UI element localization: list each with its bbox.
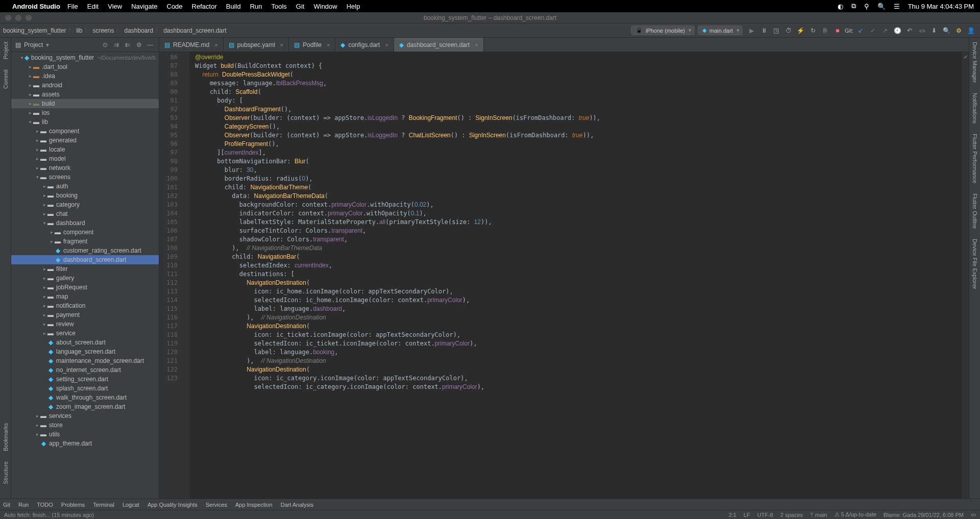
- run-button[interactable]: ▶: [747, 26, 757, 36]
- tree-item[interactable]: ▸▬fragment: [11, 237, 159, 246]
- wifi-icon[interactable]: ⚲: [864, 3, 869, 10]
- tree-item[interactable]: ◆customer_rating_screen.dart: [11, 246, 159, 255]
- tree-item[interactable]: ▸▬.dart_tool: [11, 62, 159, 71]
- hot-restart-button[interactable]: ↻: [808, 26, 818, 36]
- close-window-button[interactable]: [5, 15, 11, 21]
- sdk-button[interactable]: ⬇: [929, 26, 939, 36]
- tree-item[interactable]: ◆zoom_image_screen.dart: [11, 402, 159, 411]
- attach-button[interactable]: ⎘: [820, 26, 830, 36]
- tree-item[interactable]: ▸▬gallery: [11, 274, 159, 283]
- hide-panel-icon[interactable]: —: [145, 40, 155, 50]
- bottom-tab-terminal[interactable]: Terminal: [93, 502, 114, 508]
- tree-item[interactable]: ◆no_internet_screen.dart: [11, 365, 159, 375]
- control-icon[interactable]: ☰: [894, 3, 900, 10]
- tree-item[interactable]: ▸▬.idea: [11, 71, 159, 81]
- tree-item[interactable]: ▸▬auth: [11, 182, 159, 191]
- device-manager-tab[interactable]: Device Manager: [972, 42, 978, 83]
- editor-tab[interactable]: ▤README.md×: [159, 38, 224, 52]
- hot-reload-button[interactable]: ⚡: [796, 26, 806, 36]
- bottom-tab-app-inspection[interactable]: App Inspection: [235, 502, 273, 508]
- menu-git[interactable]: Git: [296, 3, 305, 10]
- coverage-button[interactable]: ◳: [771, 26, 781, 36]
- tree-item[interactable]: ▸▬notification: [11, 301, 159, 310]
- tree-item[interactable]: ◆splash_screen.dart: [11, 384, 159, 393]
- tree-item[interactable]: ▸▬store: [11, 421, 159, 430]
- menu-window[interactable]: Window: [313, 3, 337, 10]
- editor-error-stripe[interactable]: ✔: [962, 52, 969, 499]
- app-menu[interactable]: Android Studio: [12, 3, 60, 10]
- tree-item[interactable]: ▸▬service: [11, 329, 159, 338]
- file-encoding[interactable]: UTF-8: [757, 512, 773, 518]
- menu-view[interactable]: View: [108, 3, 122, 10]
- expand-all-icon[interactable]: ⇉: [112, 40, 121, 50]
- tree-item[interactable]: ▾▬lib: [11, 117, 159, 127]
- code-editor[interactable]: @override Widget build(BuildContext cont…: [190, 52, 969, 499]
- menu-refactor[interactable]: Refactor: [192, 3, 217, 10]
- inspections-status[interactable]: ⚠ 5 Δ/up-to-date: [835, 511, 876, 518]
- tree-item[interactable]: ▸▬android: [11, 81, 159, 90]
- tree-item[interactable]: ▸▬network: [11, 163, 159, 172]
- tree-item[interactable]: ▸▬map: [11, 292, 159, 301]
- git-branch[interactable]: ᛘ main: [810, 512, 827, 518]
- panel-settings-icon[interactable]: ⚙: [134, 40, 143, 50]
- breadcrumb[interactable]: booking_system_flutter〉lib〉screens〉dashb…: [3, 26, 227, 35]
- tree-item[interactable]: ▸▬booking: [11, 191, 159, 200]
- tree-item[interactable]: ▸▬payment: [11, 310, 159, 319]
- history-button[interactable]: 🕘: [892, 26, 902, 36]
- device-file-explorer-tab[interactable]: Device File Explorer: [972, 239, 978, 289]
- tree-item[interactable]: ◆setting_screen.dart: [11, 375, 159, 384]
- tree-item[interactable]: ◆dashboard_screen.dart: [11, 255, 159, 264]
- account-icon[interactable]: 👤: [966, 26, 976, 36]
- menu-help[interactable]: Help: [347, 3, 360, 10]
- stop-button[interactable]: ■: [832, 26, 843, 36]
- control-center-icon[interactable]: ◐: [838, 3, 843, 10]
- device-selector[interactable]: 📱iPhone (mobile): [631, 26, 695, 35]
- tree-item[interactable]: ▸▬utils: [11, 430, 159, 439]
- search-everywhere-button[interactable]: 🔍: [941, 26, 951, 36]
- bottom-tool-bar[interactable]: GitRunTODOProblemsTerminalLogcatApp Qual…: [0, 499, 980, 510]
- bottom-tab-dart-analysis[interactable]: Dart Analysis: [281, 502, 313, 508]
- tree-item[interactable]: ◆maintenance_mode_screen.dart: [11, 356, 159, 365]
- bottom-tab-app-quality-insights[interactable]: App Quality Insights: [148, 502, 198, 508]
- crumb-1[interactable]: lib: [76, 27, 82, 34]
- menu-run[interactable]: Run: [250, 3, 262, 10]
- tree-item[interactable]: ◆walk_through_screen.dart: [11, 393, 159, 402]
- menu-navigate[interactable]: Navigate: [131, 3, 157, 10]
- screen-mirror-icon[interactable]: ⧉: [851, 2, 856, 10]
- tree-item[interactable]: ▸▬services: [11, 411, 159, 421]
- collapse-all-icon[interactable]: ⇇: [123, 40, 132, 50]
- bottom-tab-problems[interactable]: Problems: [61, 502, 85, 508]
- tree-item[interactable]: ▾▬screens: [11, 172, 159, 182]
- commit-tool-tab[interactable]: Commit: [3, 69, 9, 89]
- bookmarks-tool-tab[interactable]: Bookmarks: [3, 423, 9, 451]
- git-push-button[interactable]: ↗: [880, 26, 890, 36]
- crumb-4[interactable]: dashboard_screen.dart: [163, 27, 226, 34]
- line-separator[interactable]: LF: [744, 512, 750, 518]
- git-blame[interactable]: Blame: Gada 29/01/22, 6:08 PM: [884, 512, 964, 518]
- tree-item[interactable]: ▸▬ios: [11, 108, 159, 117]
- bottom-tab-todo[interactable]: TODO: [37, 502, 53, 508]
- select-opened-file-icon[interactable]: ⊙: [101, 40, 110, 50]
- crumb-2[interactable]: screens: [92, 27, 114, 34]
- tree-item[interactable]: ◆about_screen.dart: [11, 338, 159, 347]
- tree-item[interactable]: ◆language_screen.dart: [11, 347, 159, 356]
- tree-item[interactable]: ▾▬dashboard: [11, 218, 159, 228]
- close-tab-icon[interactable]: ×: [385, 42, 388, 48]
- memory-indicator[interactable]: ▭: [971, 511, 976, 518]
- menu-code[interactable]: Code: [167, 3, 183, 10]
- editor-tabs[interactable]: ▤README.md×▤pubspec.yaml×▤Podfile×◆confi…: [159, 38, 969, 52]
- notifications-tab[interactable]: Notifications: [972, 93, 978, 123]
- close-tab-icon[interactable]: ×: [280, 42, 283, 48]
- avd-button[interactable]: ▭: [917, 26, 927, 36]
- menubar-clock[interactable]: Thu 9 Mar 4:04:43 PM: [908, 3, 974, 10]
- flutter-performance-tab[interactable]: Flutter Performance: [972, 134, 978, 183]
- tree-item[interactable]: ▸▬category: [11, 200, 159, 209]
- menu-build[interactable]: Build: [226, 3, 241, 10]
- tree-item[interactable]: ▸▬review: [11, 319, 159, 329]
- menu-edit[interactable]: Edit: [87, 3, 99, 10]
- run-config-selector[interactable]: ◆main.dart: [698, 26, 743, 35]
- tree-item[interactable]: ▸▬model: [11, 154, 159, 163]
- tree-item[interactable]: ◆app_theme.dart: [11, 439, 159, 448]
- project-tool-tab[interactable]: Project: [3, 42, 9, 59]
- close-tab-icon[interactable]: ×: [214, 42, 217, 48]
